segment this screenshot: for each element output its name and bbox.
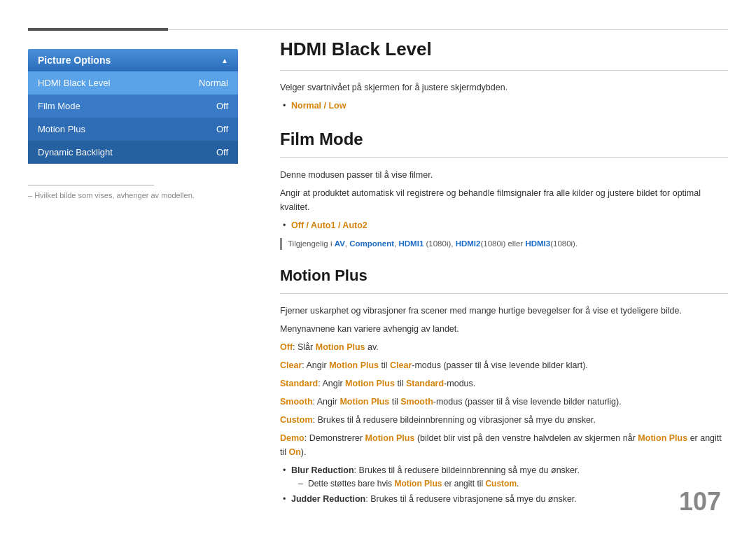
motion-mode-demo: Demo: Demonstrerer Motion Plus (bildet b… — [280, 431, 728, 459]
film-option: Off / Auto1 / Auto2 — [291, 220, 368, 230]
motion-intro: Fjerner uskarphet og vibrasjoner fra sce… — [280, 304, 728, 318]
motion-intro2: Menynavnene kan variere avhengig av land… — [280, 322, 728, 336]
hdmi-bullet-1: Normal / Low — [291, 99, 728, 113]
menu-value-dynamic: Off — [216, 147, 228, 157]
hdmi-option: Normal / Low — [291, 101, 346, 111]
motion-blur-dash: Dette støttes bare hvis Motion Plus er a… — [291, 477, 728, 491]
section-film: Film Mode Denne modusen passer til å vis… — [280, 129, 728, 250]
hdmi-divider — [280, 70, 728, 71]
menu-value-motion: Off — [216, 124, 228, 134]
film-bullets: Off / Auto1 / Auto2 — [280, 218, 728, 232]
hdmi-title: HDMI Black Level — [280, 38, 728, 60]
film-title: Film Mode — [280, 129, 728, 149]
arrow-up-icon: ▲ — [221, 57, 228, 64]
motion-blur-reduction: Blur Reduction: Brukes til å redusere bi… — [291, 463, 728, 491]
menu-label-dynamic: Dynamic Backlight — [38, 147, 113, 157]
sidebar-divider — [28, 185, 154, 185]
section-motion: Motion Plus Fjerner uskarphet og vibrasj… — [280, 267, 728, 506]
menu-item-hdmi[interactable]: HDMI Black Level Normal — [28, 71, 238, 94]
menu-item-film[interactable]: Film Mode Off — [28, 94, 238, 118]
motion-mode-standard: Standard: Angir Motion Plus til Standard… — [280, 377, 728, 391]
film-intro: Denne modusen passer til å vise filmer. — [280, 168, 728, 182]
motion-mode-smooth: Smooth: Angir Motion Plus til Smooth-mod… — [280, 395, 728, 409]
motion-mode-custom: Custom: Brukes til å redusere bildeinnbr… — [280, 413, 728, 427]
top-lines — [0, 28, 756, 31]
sidebar-note: – Hvilket bilde som vises, avhenger av m… — [28, 191, 238, 199]
film-bullet-1: Off / Auto1 / Auto2 — [291, 218, 728, 232]
motion-subbullets: Blur Reduction: Brukes til å redusere bi… — [280, 463, 728, 506]
menu-label-motion: Motion Plus — [38, 124, 85, 134]
main-content: HDMI Black Level Velger svartnivået på s… — [280, 38, 728, 506]
menu-item-dynamic[interactable]: Dynamic Backlight Off — [28, 141, 238, 164]
top-line-dark — [28, 28, 168, 31]
picture-options-header[interactable]: Picture Options ▲ — [28, 49, 238, 71]
film-divider — [280, 157, 728, 158]
top-line-light — [168, 29, 728, 30]
motion-judder-reduction: Judder Reduction: Brukes til å redusere … — [291, 492, 728, 506]
sidebar: Picture Options ▲ HDMI Black Level Norma… — [28, 49, 238, 199]
motion-mode-clear: Clear: Angir Motion Plus til Clear-modus… — [280, 358, 728, 372]
menu-item-motion[interactable]: Motion Plus Off — [28, 118, 238, 141]
section-hdmi: HDMI Black Level Velger svartnivået på s… — [280, 38, 728, 113]
motion-divider — [280, 293, 728, 294]
menu-value-film: Off — [216, 101, 228, 111]
menu-label-film: Film Mode — [38, 101, 80, 111]
film-avail-text: Tilgjengelig i AV, Component, HDMI1 (108… — [288, 239, 578, 248]
film-availability: Tilgjengelig i AV, Component, HDMI1 (108… — [280, 238, 728, 250]
motion-mode-off: Off: Slår Motion Plus av. — [280, 340, 728, 354]
menu-value-hdmi: Normal — [199, 78, 228, 88]
motion-title: Motion Plus — [280, 267, 728, 285]
page-number: 107 — [679, 487, 721, 517]
menu-label-hdmi: HDMI Black Level — [38, 78, 110, 88]
picture-options-label: Picture Options — [38, 55, 111, 66]
hdmi-bullets: Normal / Low — [280, 99, 728, 113]
hdmi-intro: Velger svartnivået på skjermen for å jus… — [280, 80, 728, 94]
film-body2: Angir at produktet automatisk vil regist… — [280, 186, 728, 214]
